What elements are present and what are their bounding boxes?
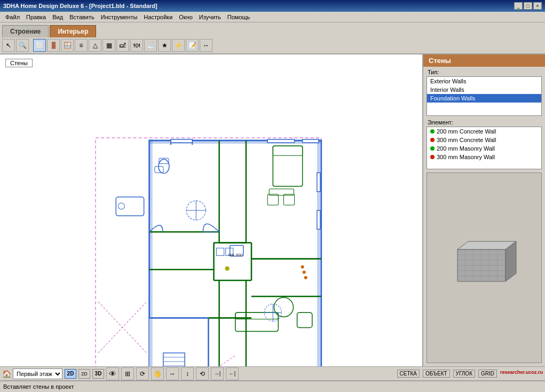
canvas-label: Стены: [5, 59, 33, 67]
dim-tool[interactable]: ↔: [200, 39, 212, 52]
element-300-masonry[interactable]: 300 mm Masonry Wall: [427, 153, 541, 161]
element-200-concrete-label: 200 mm Concrete Wall: [437, 128, 496, 135]
kitchen-tool[interactable]: 🍽: [130, 39, 143, 52]
roof-tool[interactable]: △: [89, 39, 101, 52]
titlebar: 3DHA Home Design Deluxe 6 - [Project1.bl…: [0, 0, 545, 12]
nav-btn-5[interactable]: ⟲: [196, 367, 209, 380]
dot-200-concrete: [430, 129, 435, 134]
element-300-masonry-label: 300 mm Masonry Wall: [437, 154, 495, 160]
window-controls: _ □ ×: [514, 2, 542, 10]
svg-line-53: [211, 356, 235, 366]
panel-type-label: Тип:: [423, 67, 545, 76]
element-300-concrete-label: 300 mm Concrete Wall: [437, 137, 496, 143]
svg-point-62: [225, 266, 230, 271]
svg-rect-30: [267, 194, 278, 205]
door-tool[interactable]: 🚪: [47, 39, 60, 52]
svg-rect-59: [317, 173, 320, 192]
furniture-tool[interactable]: 🛋: [116, 39, 129, 52]
svg-rect-23: [116, 197, 144, 216]
right-panel: Стены Тип: Exterior Walls Interior Walls…: [422, 54, 545, 366]
dot-300-masonry: [430, 155, 435, 159]
symbol-tool[interactable]: ★: [158, 39, 171, 52]
dot-200-masonry: [430, 146, 435, 151]
floor-tool[interactable]: ▦: [102, 39, 115, 52]
floor-select[interactable]: Первый этаж Второй этаж Подвал: [13, 369, 62, 379]
svg-rect-29: [273, 146, 302, 155]
nav-btn-6[interactable]: →|: [211, 367, 224, 380]
menu-item-[interactable]: Окно: [176, 13, 196, 21]
svg-text:RB 300: RB 300: [228, 253, 243, 257]
menu-item-[interactable]: Правка: [23, 13, 49, 21]
elec-tool[interactable]: ⚡: [172, 39, 185, 52]
view-plan-btn[interactable]: ⊞: [121, 367, 134, 380]
close-button[interactable]: ×: [533, 2, 542, 10]
nav-btn-1[interactable]: ⟳: [136, 367, 149, 380]
stair-tool[interactable]: ≡: [75, 39, 88, 52]
svg-rect-58: [303, 139, 319, 143]
nav-btn-4[interactable]: ↕: [181, 367, 194, 380]
svg-point-35: [274, 297, 293, 317]
wall-type-exterior[interactable]: Exterior Walls: [427, 77, 541, 85]
object-indicator[interactable]: ОБЪЕКТ: [423, 370, 450, 378]
nav-btn-7[interactable]: ←|: [226, 367, 239, 380]
grid2-indicator[interactable]: GRID: [478, 370, 497, 378]
svg-line-52: [98, 302, 147, 353]
dim-2d-button-1[interactable]: 2D: [65, 369, 76, 379]
dim-2d-button-2[interactable]: 2D: [78, 369, 90, 379]
window-tool[interactable]: 🪟: [61, 39, 74, 52]
svg-rect-56: [171, 139, 192, 143]
svg-rect-38: [217, 248, 224, 255]
toolbar: ↖ 🔍 ⬜ 🚪 🪟 ≡ △ ▦ 🛋 🍽 🛁 ★ ⚡ 📝 ↔: [0, 37, 545, 54]
element-200-masonry[interactable]: 200 mm Masonry Wall: [427, 144, 541, 153]
wall-type-foundation[interactable]: Foundation Walls: [427, 94, 541, 103]
wall-preview-area: [426, 173, 542, 363]
panel-title: Стены: [423, 54, 545, 67]
svg-rect-60: [317, 210, 320, 229]
maximize-button[interactable]: □: [524, 2, 532, 10]
element-200-concrete[interactable]: 200 mm Concrete Wall: [427, 127, 541, 136]
app-title: 3DHA Home Design Deluxe 6 - [Project1.bl…: [3, 3, 157, 9]
status-text: Вставляет стены в проект: [3, 383, 542, 390]
svg-point-24: [118, 203, 124, 209]
wall-preview-svg: [441, 233, 527, 303]
menu-item-[interactable]: Помощь: [224, 13, 254, 21]
note-tool[interactable]: 📝: [186, 39, 199, 52]
svg-rect-31: [283, 194, 294, 205]
wall-type-interior[interactable]: Interior Walls: [427, 85, 541, 94]
element-300-concrete[interactable]: 300 mm Concrete Wall: [427, 136, 541, 144]
svg-rect-36: [297, 312, 312, 327]
element-list: 200 mm Concrete Wall 300 mm Concrete Wal…: [426, 127, 542, 169]
svg-point-63: [301, 265, 304, 269]
svg-rect-57: [267, 139, 294, 143]
nav-btn-2[interactable]: 🖐: [151, 367, 164, 380]
wall-type-list: Exterior Walls Interior Walls Foundation…: [426, 76, 542, 116]
menu-item-[interactable]: Изучить: [196, 13, 224, 21]
grid-indicator[interactable]: СЕТКА: [397, 370, 420, 378]
view-perspective-btn[interactable]: 👁: [106, 367, 119, 380]
dot-300-concrete: [430, 138, 435, 142]
minimize-button[interactable]: _: [514, 2, 523, 10]
tab-stroenie[interactable]: Строение: [2, 25, 49, 37]
canvas-area: Стены: [0, 54, 422, 366]
tabbar: Строение Интерьер: [0, 22, 545, 37]
statusbar: Вставляет стены в проект: [0, 380, 545, 392]
angle-indicator[interactable]: УГЛОК: [453, 370, 475, 378]
watermark: researcher.ucoz.ru: [500, 370, 543, 378]
zoom-tool[interactable]: 🔍: [16, 39, 29, 52]
menu-item-[interactable]: Файл: [2, 13, 23, 21]
tab-interior[interactable]: Интерьер: [50, 25, 96, 37]
first-floor-icon: 🏠: [2, 370, 11, 378]
wall-tool[interactable]: ⬜: [33, 39, 46, 52]
cursor-tool[interactable]: ↖: [2, 39, 15, 52]
dim-3d-button[interactable]: 3D: [92, 369, 104, 379]
svg-rect-28: [273, 146, 302, 186]
svg-rect-7: [148, 139, 153, 366]
menu-item-[interactable]: Инструменты: [98, 13, 141, 21]
menu-item-[interactable]: Вставить: [66, 13, 98, 21]
nav-btn-3[interactable]: ↔: [166, 367, 179, 380]
panel-element-label: Элемент:: [423, 116, 545, 127]
bath-tool[interactable]: 🛁: [144, 39, 157, 52]
menu-item-[interactable]: Настройки: [140, 13, 176, 21]
floorplan: RB 300: [0, 54, 422, 366]
menu-item-[interactable]: Вид: [49, 13, 66, 21]
